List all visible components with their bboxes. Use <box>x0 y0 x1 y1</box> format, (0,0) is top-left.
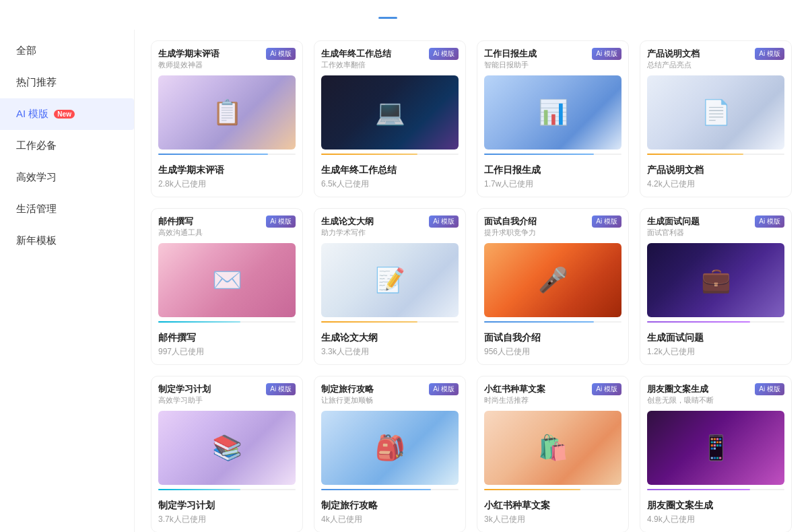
card-name: 小红书种草文案 <box>484 500 621 512</box>
card-title: 小红书种草文案 <box>484 383 545 395</box>
card-usage: 1.7w人已使用 <box>484 178 621 190</box>
card-name: 面试自我介绍 <box>484 332 621 344</box>
sidebar: 全部热门推荐AI 模版New工作必备高效学习生活管理新年模板 <box>0 30 135 532</box>
card-image <box>647 243 784 317</box>
card-progress <box>158 154 296 155</box>
card-usage: 3k人已使用 <box>484 514 621 525</box>
card-name: 制定旅行攻略 <box>321 500 459 512</box>
sidebar-item-all[interactable]: 全部 <box>0 35 134 67</box>
card-image <box>158 243 296 317</box>
card-title-row: 生成年终工作总结 工作效率翻倍 Ai 模版 <box>321 48 459 74</box>
card-name: 生成面试问题 <box>647 332 784 344</box>
card-progress <box>321 489 459 490</box>
card-image <box>647 411 784 485</box>
card-9[interactable]: 制定学习计划 高效学习助手 Ai 模版 制定学习计划 3.7k人已使用 <box>151 376 303 532</box>
card-8[interactable]: 生成面试问题 面试官利器 Ai 模版 生成面试问题 1.2k人已使用 <box>640 208 792 365</box>
card-subtitle: 智能日报助手 <box>484 60 537 70</box>
card-title: 邮件撰写 <box>158 215 203 228</box>
card-title: 生成论文大纲 <box>321 215 374 228</box>
card-progress <box>484 154 621 155</box>
card-title-row: 制定旅行攻略 让旅行更加顺畅 Ai 模版 <box>321 383 459 409</box>
card-name: 朋友圈文案生成 <box>647 500 784 512</box>
sidebar-item-work[interactable]: 工作必备 <box>0 130 134 162</box>
template-modal: 全部热门推荐AI 模版New工作必备高效学习生活管理新年模板 生成学期末评语 教… <box>0 0 808 532</box>
card-top: 工作日报生成 智能日报助手 Ai 模版 <box>477 41 628 159</box>
ai-badge: Ai 模版 <box>592 48 621 60</box>
card-title: 制定旅行攻略 <box>321 383 374 395</box>
card-progress-bar <box>484 321 594 323</box>
card-name: 生成学期末评语 <box>158 164 296 176</box>
modal-body: 全部热门推荐AI 模版New工作必备高效学习生活管理新年模板 生成学期末评语 教… <box>0 30 808 532</box>
card-progress-bar <box>321 321 417 323</box>
sidebar-item-ai[interactable]: AI 模版New <box>0 98 134 130</box>
card-progress-bar <box>647 489 750 490</box>
card-name: 生成年终工作总结 <box>321 164 459 176</box>
card-top: 制定学习计划 高效学习助手 Ai 模版 <box>152 376 302 494</box>
ai-badge: Ai 模版 <box>266 48 296 60</box>
card-progress-bar <box>158 154 268 155</box>
card-7[interactable]: 面试自我介绍 提升求职竞争力 Ai 模版 面试自我介绍 956人已使用 <box>477 208 629 365</box>
card-subtitle: 让旅行更加顺畅 <box>321 395 374 405</box>
card-progress-bar <box>647 321 750 323</box>
card-title: 生成年终工作总结 <box>321 48 391 60</box>
card-progress-bar <box>484 489 580 490</box>
card-subtitle: 高效学习助手 <box>158 395 211 405</box>
card-top: 生成学期末评语 教师提效神器 Ai 模版 <box>152 41 302 159</box>
card-image <box>321 75 459 149</box>
card-10[interactable]: 制定旅行攻略 让旅行更加顺畅 Ai 模版 制定旅行攻略 4k人已使用 <box>314 376 466 532</box>
card-bottom: 生成论文大纲 3.3k人已使用 <box>314 327 465 364</box>
cards-grid: 生成学期末评语 教师提效神器 Ai 模版 生成学期末评语 2.8k人已使用 生成… <box>151 40 792 532</box>
card-title-row: 制定学习计划 高效学习助手 Ai 模版 <box>158 383 296 409</box>
card-top: 面试自我介绍 提升求职竞争力 Ai 模版 <box>477 209 628 327</box>
card-title: 朋友圈文案生成 <box>647 383 714 395</box>
card-subtitle: 助力学术写作 <box>321 228 374 238</box>
card-title-row: 面试自我介绍 提升求职竞争力 Ai 模版 <box>484 215 621 242</box>
card-usage: 956人已使用 <box>484 346 621 358</box>
card-progress-bar <box>158 489 240 490</box>
card-6[interactable]: 生成论文大纲 助力学术写作 Ai 模版 生成论文大纲 3.3k人已使用 <box>314 208 466 365</box>
card-image <box>484 243 621 317</box>
card-usage: 4.2k人已使用 <box>647 178 784 190</box>
card-title-row: 生成面试问题 面试官利器 Ai 模版 <box>647 215 784 242</box>
card-bottom: 生成年终工作总结 6.5k人已使用 <box>314 159 465 197</box>
card-11[interactable]: 小红书种草文案 时尚生活推荐 Ai 模版 小红书种草文案 3k人已使用 <box>477 376 629 532</box>
card-usage: 3.3k人已使用 <box>321 346 459 358</box>
card-image <box>484 411 621 485</box>
ai-badge: Ai 模版 <box>266 383 296 395</box>
card-usage: 6.5k人已使用 <box>321 178 459 190</box>
tab-group <box>388 12 420 19</box>
card-bottom: 制定旅行攻略 4k人已使用 <box>314 494 465 532</box>
card-bottom: 制定学习计划 3.7k人已使用 <box>152 494 302 532</box>
card-name: 邮件撰写 <box>158 332 296 344</box>
modal-header <box>0 0 808 19</box>
card-usage: 1.2k人已使用 <box>647 346 784 358</box>
card-3[interactable]: 工作日报生成 智能日报助手 Ai 模版 工作日报生成 1.7w人已使用 <box>477 40 629 197</box>
card-usage: 2.8k人已使用 <box>158 178 296 190</box>
card-4[interactable]: 产品说明文档 总结产品亮点 Ai 模版 产品说明文档 4.2k人已使用 <box>640 40 792 197</box>
ai-badge: Ai 模版 <box>755 383 784 395</box>
ai-badge: Ai 模版 <box>429 383 459 395</box>
card-bottom: 产品说明文档 4.2k人已使用 <box>640 159 791 197</box>
card-progress <box>647 489 784 490</box>
sidebar-item-life[interactable]: 生活管理 <box>0 193 134 225</box>
card-1[interactable]: 生成学期末评语 教师提效神器 Ai 模版 生成学期末评语 2.8k人已使用 <box>151 40 303 197</box>
sidebar-item-study[interactable]: 高效学习 <box>0 162 134 193</box>
sidebar-item-newyear[interactable]: 新年模板 <box>0 225 134 257</box>
sidebar-item-hot[interactable]: 热门推荐 <box>0 67 134 98</box>
card-title: 生成面试问题 <box>647 215 700 228</box>
card-2[interactable]: 生成年终工作总结 工作效率翻倍 Ai 模版 生成年终工作总结 6.5k人已使用 <box>314 40 466 197</box>
card-bottom: 工作日报生成 1.7w人已使用 <box>477 159 628 197</box>
card-12[interactable]: 朋友圈文案生成 创意无限，吸睛不断 Ai 模版 朋友圈文案生成 4.9k人已使用 <box>640 376 792 532</box>
ai-badge: Ai 模版 <box>429 215 459 228</box>
card-usage: 3.7k人已使用 <box>158 514 296 525</box>
card-top: 生成论文大纲 助力学术写作 Ai 模版 <box>314 209 465 327</box>
card-image <box>158 411 296 485</box>
card-bottom: 朋友圈文案生成 4.9k人已使用 <box>640 494 791 532</box>
card-5[interactable]: 邮件撰写 高效沟通工具 Ai 模版 邮件撰写 997人已使用 <box>151 208 303 365</box>
card-subtitle: 高效沟通工具 <box>158 228 203 238</box>
card-name: 制定学习计划 <box>158 500 296 512</box>
card-bottom: 小红书种草文案 3k人已使用 <box>477 494 628 532</box>
card-bottom: 面试自我介绍 956人已使用 <box>477 327 628 364</box>
card-bottom: 生成面试问题 1.2k人已使用 <box>640 327 791 364</box>
ai-badge: Ai 模版 <box>429 48 459 60</box>
